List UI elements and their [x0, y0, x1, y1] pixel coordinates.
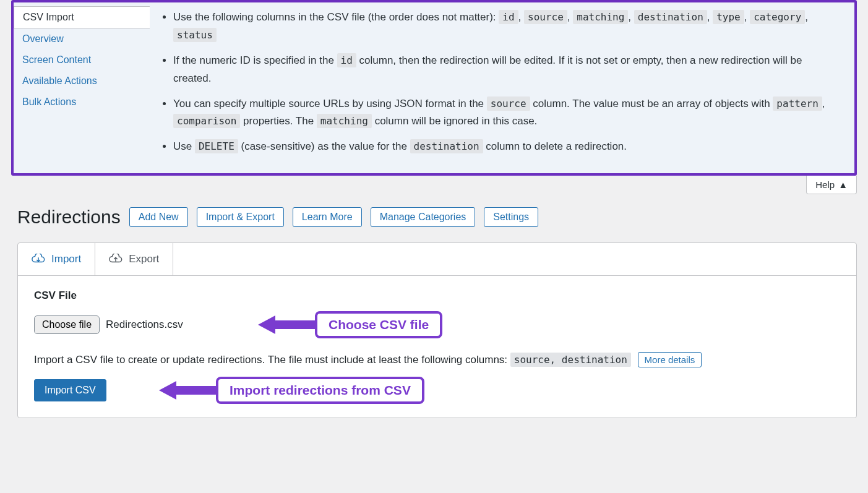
- code-type: type: [713, 10, 744, 24]
- cloud-upload-icon: [109, 254, 122, 265]
- tab-import[interactable]: Import: [18, 243, 95, 275]
- help-bullet-3-mid1: column. The value must be an array of ob…: [533, 98, 773, 109]
- code-pattern: pattern: [773, 96, 822, 111]
- help-bullet-3-pre: You can specify multiple source URLs by …: [173, 98, 487, 109]
- help-bullet-3-mid2: properties. The: [243, 115, 317, 127]
- code-destination-2: destination: [410, 139, 483, 153]
- code-id-2: id: [337, 53, 356, 67]
- arrow-left-icon: [158, 379, 220, 401]
- choose-file-button[interactable]: Choose file: [34, 315, 100, 334]
- more-details-button[interactable]: More details: [638, 352, 702, 367]
- annotation-import-csv-label: Import redirections from CSV: [216, 377, 424, 404]
- tab-export[interactable]: Export: [95, 243, 173, 275]
- manage-categories-button[interactable]: Manage Categories: [371, 207, 476, 227]
- code-source-2: source: [487, 96, 530, 111]
- code-source: source: [524, 10, 567, 24]
- arrow-left-icon: [257, 314, 319, 336]
- help-tab-available-actions[interactable]: Available Actions: [14, 71, 150, 92]
- help-bullet-4-pre: Use: [173, 140, 195, 152]
- page-title: Redirections: [17, 207, 121, 228]
- page-header: Redirections Add New Import & Export Lea…: [0, 194, 868, 234]
- help-bullet-4-mid: (case-sensitive) as the value for the: [241, 140, 410, 152]
- import-csv-row: Import CSV Import redirections from CSV: [34, 379, 840, 401]
- learn-more-button[interactable]: Learn More: [293, 207, 362, 227]
- code-destination: destination: [634, 10, 707, 24]
- settings-button[interactable]: Settings: [484, 207, 538, 227]
- chosen-file-name: Redirections.csv: [106, 319, 183, 331]
- help-bullet-4: Use DELETE (case-sensitive) as the value…: [173, 138, 836, 156]
- code-comparison: comparison: [173, 114, 240, 128]
- code-id: id: [499, 10, 518, 24]
- annotation-import-csv: Import redirections from CSV: [158, 377, 424, 404]
- help-tab-bulk-actions[interactable]: Bulk Actions: [14, 92, 150, 113]
- code-status: status: [173, 28, 217, 42]
- import-csv-button[interactable]: Import CSV: [34, 379, 106, 401]
- help-panel: CSV Import Overview Screen Content Avail…: [11, 0, 857, 176]
- help-content: Use the following columns in the CSV fil…: [150, 2, 854, 173]
- add-new-button[interactable]: Add New: [129, 207, 188, 227]
- help-bullet-3-post: column will be ignored in this case.: [375, 115, 538, 127]
- csv-file-heading: CSV File: [34, 289, 840, 302]
- code-required-columns: source, destination: [510, 353, 631, 367]
- help-toggle-button[interactable]: Help ▲: [806, 176, 857, 194]
- annotation-choose-file: Choose CSV file: [257, 311, 442, 338]
- tab-import-label: Import: [51, 253, 81, 265]
- import-export-panel: Import Export CSV File Choose file Redir…: [17, 242, 857, 418]
- panel-body: CSV File Choose file Redirections.csv Ch…: [18, 276, 856, 418]
- help-tab-csv-import[interactable]: CSV Import: [14, 6, 150, 28]
- help-bullet-2: If the numeric ID is specified in the id…: [173, 52, 836, 88]
- help-bullet-3: You can specify multiple source URLs by …: [173, 95, 836, 131]
- help-bullet-4-post: column to delete a redirection.: [486, 140, 627, 152]
- import-description-pre: Import a CSV file to create or update re…: [34, 354, 510, 366]
- file-input-row: Choose file Redirections.csv Choose CSV …: [34, 315, 840, 334]
- caret-up-icon: ▲: [838, 179, 848, 190]
- code-matching-2: matching: [317, 114, 372, 128]
- code-delete: DELETE: [195, 139, 238, 153]
- import-export-button[interactable]: Import & Export: [197, 207, 284, 227]
- help-tab-overview[interactable]: Overview: [14, 28, 150, 49]
- tabs-row: Import Export: [18, 243, 856, 276]
- help-bullet-1-text: Use the following columns in the CSV fil…: [173, 11, 499, 23]
- cloud-download-icon: [32, 254, 45, 265]
- annotation-choose-file-label: Choose CSV file: [315, 311, 442, 338]
- help-toggle-label: Help: [815, 179, 835, 190]
- import-description: Import a CSV file to create or update re…: [34, 351, 840, 368]
- code-matching: matching: [573, 10, 628, 24]
- code-category: category: [750, 10, 805, 24]
- help-bullet-1: Use the following columns in the CSV fil…: [173, 9, 836, 45]
- code-comma: ,: [822, 98, 825, 109]
- tab-export-label: Export: [129, 253, 159, 265]
- help-sidebar: CSV Import Overview Screen Content Avail…: [14, 2, 150, 173]
- help-tab-screen-content[interactable]: Screen Content: [14, 49, 150, 71]
- help-bullet-2-pre: If the numeric ID is specified in the: [173, 54, 337, 66]
